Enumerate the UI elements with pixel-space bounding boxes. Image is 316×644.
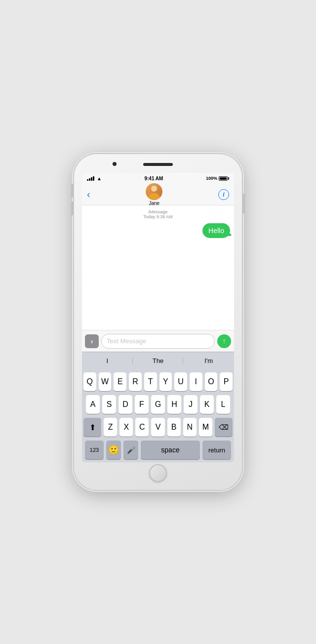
- space-key[interactable]: space: [141, 441, 200, 459]
- pred-word-1[interactable]: I: [82, 355, 133, 366]
- key-m[interactable]: M: [199, 418, 212, 437]
- key-u[interactable]: U: [174, 372, 187, 391]
- battery-body: [219, 176, 228, 181]
- keyboard-row-1: Q W E R T Y U I O P: [83, 372, 233, 391]
- delete-key[interactable]: ⌫: [215, 418, 233, 437]
- nav-center[interactable]: Jane: [146, 183, 162, 206]
- apps-button[interactable]: ›: [85, 334, 99, 348]
- battery-tip: [228, 177, 229, 180]
- signal-bar-3: [91, 177, 92, 181]
- pred-word-3[interactable]: I'm: [183, 355, 234, 366]
- key-p[interactable]: P: [220, 372, 233, 391]
- key-n[interactable]: N: [183, 418, 197, 437]
- key-w[interactable]: W: [99, 372, 112, 391]
- home-button-area: [149, 464, 167, 482]
- info-button[interactable]: i: [218, 189, 229, 200]
- text-input-wrapper[interactable]: Text Message: [101, 334, 215, 349]
- camera-icon: [113, 162, 117, 166]
- imessage-type: iMessage: [86, 209, 230, 214]
- pred-word-2[interactable]: The: [133, 355, 184, 366]
- status-left: ▲: [87, 176, 102, 181]
- input-bar: › Text Message ↑: [82, 330, 234, 352]
- predictive-bar: I The I'm: [82, 352, 234, 369]
- volume-up-button[interactable]: [71, 184, 73, 198]
- key-e[interactable]: E: [114, 372, 126, 391]
- imessage-time: Today 9:39 AM: [86, 214, 230, 219]
- numbers-key[interactable]: 123: [85, 441, 104, 459]
- signal-bar-4: [93, 176, 94, 181]
- keyboard-row-3: ⬆ Z X C V B N M ⌫: [83, 418, 233, 437]
- key-q[interactable]: Q: [83, 372, 96, 391]
- key-x[interactable]: X: [119, 418, 133, 437]
- key-b[interactable]: B: [167, 418, 181, 437]
- message-bubble: Hello: [202, 223, 230, 238]
- status-time: 9:41 AM: [144, 176, 163, 181]
- key-l[interactable]: L: [216, 395, 230, 414]
- send-button[interactable]: ↑: [217, 334, 231, 348]
- signal-bar-1: [87, 179, 88, 181]
- phone-top: [77, 159, 239, 173]
- volume-down-button[interactable]: [71, 201, 73, 215]
- avatar-body: [149, 193, 159, 200]
- battery-percent: 100%: [206, 176, 217, 181]
- speaker-icon: [143, 163, 173, 166]
- imessage-header: iMessage Today 9:39 AM: [86, 209, 230, 219]
- back-button[interactable]: ‹: [87, 189, 90, 200]
- key-c[interactable]: C: [135, 418, 149, 437]
- microphone-key[interactable]: 🎤: [123, 441, 138, 459]
- return-key[interactable]: return: [202, 441, 231, 459]
- key-k[interactable]: K: [200, 395, 214, 414]
- message-row: Hello: [86, 223, 230, 238]
- key-o[interactable]: O: [205, 372, 218, 391]
- key-s[interactable]: S: [102, 395, 116, 414]
- avatar-head: [151, 186, 157, 192]
- wifi-icon: ▲: [97, 176, 102, 181]
- key-r[interactable]: R: [129, 372, 142, 391]
- keyboard: Q W E R T Y U I O P A S D F G H J K: [82, 369, 234, 462]
- battery-fill: [220, 177, 227, 180]
- key-h[interactable]: H: [167, 395, 181, 414]
- navigation-bar: ‹ Jane i: [82, 184, 234, 205]
- key-j[interactable]: J: [184, 395, 198, 414]
- screen: ▲ 9:41 AM 100% ‹: [82, 173, 234, 462]
- messages-area: iMessage Today 9:39 AM Hello: [82, 205, 234, 330]
- battery-icon: [219, 176, 229, 181]
- shift-key[interactable]: ⬆: [83, 418, 101, 437]
- key-i[interactable]: I: [190, 372, 202, 391]
- key-v[interactable]: V: [151, 418, 164, 437]
- status-bar: ▲ 9:41 AM 100%: [82, 173, 234, 184]
- key-y[interactable]: Y: [159, 372, 172, 391]
- send-arrow-icon: ↑: [223, 337, 226, 344]
- status-right: 100%: [206, 176, 229, 181]
- contact-name: Jane: [149, 201, 159, 206]
- signal-bars: [87, 176, 94, 181]
- key-t[interactable]: T: [144, 372, 157, 391]
- avatar: [146, 183, 162, 200]
- key-f[interactable]: F: [135, 395, 149, 414]
- home-button[interactable]: [149, 464, 167, 482]
- signal-bar-2: [89, 178, 90, 181]
- key-g[interactable]: G: [151, 395, 165, 414]
- key-d[interactable]: D: [118, 395, 132, 414]
- emoji-key[interactable]: 🙂: [106, 441, 121, 459]
- keyboard-row-2: A S D F G H J K L: [83, 395, 233, 414]
- text-input-placeholder: Text Message: [107, 337, 146, 345]
- key-a[interactable]: A: [86, 395, 100, 414]
- keyboard-bottom-row: 123 🙂 🎤 space return: [83, 441, 233, 459]
- key-z[interactable]: Z: [104, 418, 117, 437]
- power-button[interactable]: [243, 194, 245, 213]
- phone-frame: ▲ 9:41 AM 100% ‹: [74, 154, 242, 490]
